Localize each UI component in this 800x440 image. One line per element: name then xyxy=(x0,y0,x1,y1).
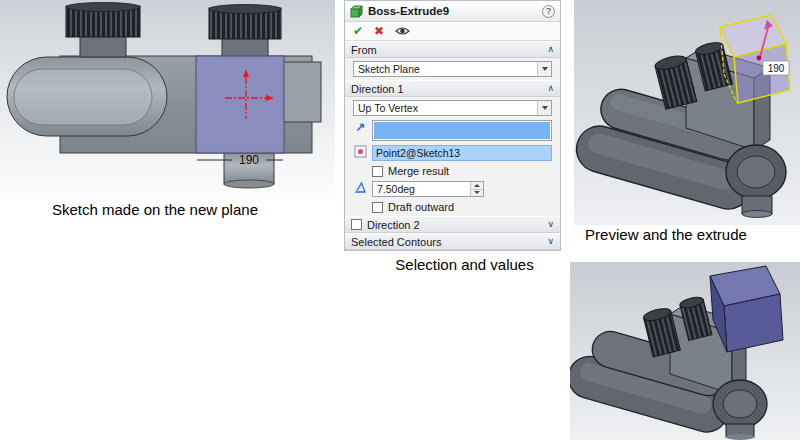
spinner-up-icon[interactable] xyxy=(471,182,483,190)
draft-outward-label: Draft outward xyxy=(388,201,454,213)
end-condition-value: Up To Vertex xyxy=(354,101,537,115)
merge-result-row: Merge result xyxy=(372,165,552,177)
draft-angle-icon xyxy=(353,181,368,196)
from-label: From xyxy=(351,44,542,56)
merge-result-label: Merge result xyxy=(388,165,449,177)
chevron-up-icon: ∧ xyxy=(547,84,554,93)
sketch-model-view: 190 xyxy=(0,0,335,200)
property-manager-panel: Boss-Extrude9 ? ✔ ✖ From ∧ Sketch Plane … xyxy=(344,0,561,251)
preview-dimension[interactable]: 190 xyxy=(768,63,785,74)
section-body-from: Sketch Plane xyxy=(345,58,560,80)
preview-model-view: 190 xyxy=(574,0,800,225)
section-header-selected-contours[interactable]: Selected Contours ∨ xyxy=(345,233,560,250)
section-header-direction1[interactable]: Direction 1 ∧ xyxy=(345,80,560,97)
chevron-down-icon: ∨ xyxy=(547,237,554,246)
section-body-direction1: Up To Vertex ↗ Point2@Sketch13 Merge res… xyxy=(345,97,560,216)
extrude-direction-icon: ↗ xyxy=(353,120,368,135)
caption-sketch: Sketch made on the new plane xyxy=(0,201,310,218)
draft-outward-row: Draft outward xyxy=(372,201,552,213)
extruded-boss[interactable] xyxy=(710,266,783,352)
direction2-label: Direction 2 xyxy=(367,219,542,231)
end-condition-dropdown[interactable]: Up To Vertex xyxy=(353,100,552,116)
active-selection-bar xyxy=(374,122,550,139)
chevron-down-icon: ∨ xyxy=(547,220,554,229)
section-header-direction2[interactable]: Direction 2 ∨ xyxy=(345,216,560,233)
preview-eye-button[interactable] xyxy=(395,26,410,36)
draft-outward-checkbox[interactable] xyxy=(372,202,383,213)
direction2-checkbox[interactable] xyxy=(351,219,362,230)
sketch-dimension[interactable]: 190 xyxy=(239,153,259,167)
sketch-face[interactable] xyxy=(196,56,284,153)
dropdown-arrow-icon[interactable] xyxy=(537,101,551,115)
eye-icon xyxy=(395,26,410,36)
draft-angle-spinner[interactable]: 7.50deg xyxy=(372,181,484,197)
section-header-from[interactable]: From ∧ xyxy=(345,41,560,58)
ok-button[interactable]: ✔ xyxy=(353,24,363,38)
cancel-button[interactable]: ✖ xyxy=(374,24,384,38)
vertex-selection-field[interactable]: Point2@Sketch13 xyxy=(372,145,552,161)
chevron-up-icon: ∧ xyxy=(547,45,554,54)
direction1-label: Direction 1 xyxy=(351,83,542,95)
result-model-view xyxy=(570,262,800,440)
selected-contours-label: Selected Contours xyxy=(351,236,542,248)
vertex-icon xyxy=(353,145,368,160)
panel-header: Boss-Extrude9 ? xyxy=(345,1,560,22)
target-vertex-point[interactable] xyxy=(757,56,762,61)
knurled-shaft-right xyxy=(222,38,268,57)
result-viewport[interactable] xyxy=(570,262,800,440)
preview-viewport[interactable]: 190 xyxy=(574,0,800,225)
direction-selection-listbox[interactable] xyxy=(372,120,552,141)
help-icon[interactable]: ? xyxy=(542,5,555,18)
merge-result-checkbox[interactable] xyxy=(372,166,383,177)
caption-panel: Selection and values xyxy=(356,256,573,273)
sketch-viewport[interactable]: 190 xyxy=(0,0,335,200)
panel-title: Boss-Extrude9 xyxy=(368,5,537,17)
dropdown-arrow-icon[interactable] xyxy=(537,62,551,76)
caption-preview: Preview and the extrude xyxy=(560,226,772,243)
from-plane-value: Sketch Plane xyxy=(354,62,537,76)
draft-angle-value[interactable]: 7.50deg xyxy=(373,182,470,196)
from-plane-dropdown[interactable]: Sketch Plane xyxy=(353,61,552,77)
boss-extrude-icon xyxy=(350,5,363,18)
knurled-shaft-left xyxy=(80,36,126,57)
spinner-buttons xyxy=(470,182,483,196)
spinner-down-icon[interactable] xyxy=(471,190,483,197)
panel-toolbar: ✔ ✖ xyxy=(345,22,560,41)
